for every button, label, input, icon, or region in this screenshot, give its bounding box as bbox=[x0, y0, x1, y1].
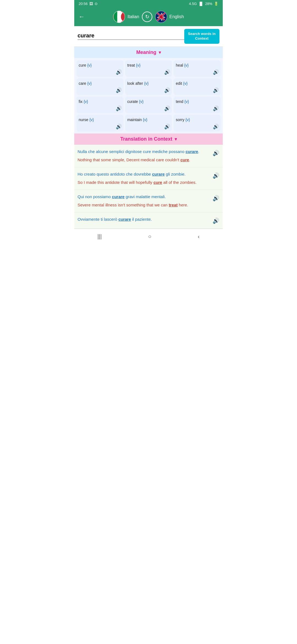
battery-icon: 🔋 bbox=[214, 2, 218, 6]
word-text: nurse {v} bbox=[79, 118, 94, 122]
refresh-button[interactable]: ↻ bbox=[142, 12, 152, 22]
context-speaker-icon[interactable]: 🔊 bbox=[213, 195, 219, 201]
signal-icon: ▐▌ bbox=[199, 2, 204, 6]
word-text: look after {v} bbox=[127, 81, 149, 86]
speaker-icon[interactable]: 🔊 bbox=[164, 124, 170, 130]
word-card[interactable]: fix {v} 🔊 bbox=[76, 97, 123, 113]
word-type: {v} bbox=[139, 99, 143, 104]
status-time: 20:56 bbox=[79, 2, 88, 6]
network-type: 4.5G bbox=[189, 2, 197, 6]
home-nav-button[interactable]: ○ bbox=[144, 232, 156, 241]
word-card[interactable]: curate {v} 🔊 bbox=[125, 97, 172, 113]
search-input-container bbox=[78, 32, 184, 40]
context-translated-text: Severe mental illness isn't something th… bbox=[78, 203, 188, 207]
context-original-text: Ho creato questo antidoto che dovrebbe c… bbox=[78, 172, 186, 176]
context-speaker-icon[interactable]: 🔊 bbox=[213, 150, 219, 156]
search-context-button[interactable]: Search words in Context bbox=[184, 29, 219, 44]
status-bar: 20:56 🖼 ⊙ 4.5G ▐▌ 28% 🔋 bbox=[74, 0, 223, 7]
source-lang-label: Italian bbox=[127, 14, 139, 19]
context-item: Ovviamente ti lascerò curare il paziente… bbox=[74, 212, 223, 229]
cast-icon: ⊙ bbox=[95, 2, 98, 6]
context-original: Nulla che alcune semplici dignitose cure… bbox=[78, 149, 210, 155]
target-flag bbox=[155, 11, 167, 23]
context-translated: So I made this antidote that will hopefu… bbox=[78, 179, 210, 186]
word-type: {v} bbox=[185, 118, 190, 122]
context-original: Ho creato questo antidoto che dovrebbe c… bbox=[78, 171, 210, 178]
word-type: {v} bbox=[143, 118, 147, 122]
translation-section-header[interactable]: Translation in Context ▾ bbox=[74, 133, 223, 145]
context-original-text: Qui non possiamo curare gravi malattie m… bbox=[78, 194, 166, 199]
search-bar: Search words in Context bbox=[74, 26, 223, 47]
target-language: English bbox=[155, 11, 184, 23]
context-text-block: Qui non possiamo curare gravi malattie m… bbox=[78, 194, 210, 208]
speaker-icon[interactable]: 🔊 bbox=[213, 124, 219, 130]
source-flag bbox=[113, 11, 125, 23]
word-text: fix {v} bbox=[79, 99, 88, 104]
meaning-chevron: ▾ bbox=[159, 50, 161, 55]
word-card[interactable]: treat {v} 🔊 bbox=[125, 60, 172, 77]
translation-label: Translation in Context bbox=[120, 136, 172, 142]
word-card[interactable]: sorry {v} 🔊 bbox=[174, 115, 221, 131]
translation-chevron: ▾ bbox=[175, 137, 177, 142]
app-header: ← Italian ↻ bbox=[74, 7, 223, 26]
source-language: Italian bbox=[113, 11, 139, 23]
word-card[interactable]: care {v} 🔊 bbox=[76, 78, 123, 95]
back-nav-button[interactable]: ‹ bbox=[193, 232, 204, 241]
battery-level: 28% bbox=[205, 2, 212, 6]
speaker-icon[interactable]: 🔊 bbox=[116, 124, 122, 130]
word-type: {v} bbox=[87, 81, 92, 86]
word-text: treat {v} bbox=[127, 63, 141, 67]
word-card[interactable]: cure {v} 🔊 bbox=[76, 60, 123, 77]
speaker-icon[interactable]: 🔊 bbox=[213, 87, 219, 93]
speaker-icon[interactable]: 🔊 bbox=[213, 105, 219, 111]
context-translated: Nothing that some simple, Decent medical… bbox=[78, 157, 210, 163]
word-card[interactable]: look after {v} 🔊 bbox=[125, 78, 172, 95]
word-type: {v} bbox=[87, 63, 92, 67]
target-lang-label: English bbox=[169, 14, 184, 19]
word-card[interactable]: tend {v} 🔊 bbox=[174, 97, 221, 113]
speaker-icon[interactable]: 🔊 bbox=[164, 87, 170, 93]
speaker-icon[interactable]: 🔊 bbox=[116, 105, 122, 111]
word-card[interactable]: heal {v} 🔊 bbox=[174, 60, 221, 77]
word-type: {v} bbox=[89, 118, 94, 122]
word-type: {v} bbox=[144, 81, 148, 86]
word-card[interactable]: maintain {v} 🔊 bbox=[125, 115, 172, 131]
word-type: {v} bbox=[184, 99, 189, 104]
context-original: Ovviamente ti lascerò curare il paziente… bbox=[78, 216, 210, 223]
context-original: Qui non possiamo curare gravi malattie m… bbox=[78, 194, 210, 200]
word-card[interactable]: nurse {v} 🔊 bbox=[76, 115, 123, 131]
word-type: {v} bbox=[136, 63, 141, 67]
context-text-block: Nulla che alcune semplici dignitose cure… bbox=[78, 149, 210, 163]
back-button[interactable]: ← bbox=[79, 13, 85, 20]
speaker-icon[interactable]: 🔊 bbox=[116, 87, 122, 93]
menu-nav-button[interactable]: ||| bbox=[93, 232, 106, 241]
speaker-icon[interactable]: 🔊 bbox=[116, 69, 122, 75]
context-translated-text: Nothing that some simple, Decent medical… bbox=[78, 157, 190, 162]
context-section: Nulla che alcune semplici dignitose cure… bbox=[74, 145, 223, 229]
search-input[interactable] bbox=[78, 32, 184, 40]
context-original-text: Nulla che alcune semplici dignitose cure… bbox=[78, 149, 199, 154]
word-text: edit {v} bbox=[176, 81, 188, 86]
speaker-icon[interactable]: 🔊 bbox=[164, 69, 170, 75]
word-text: care {v} bbox=[79, 81, 92, 86]
context-original-text: Ovviamente ti lascerò curare il paziente… bbox=[78, 217, 152, 222]
context-text-block: Ho creato questo antidoto che dovrebbe c… bbox=[78, 171, 210, 186]
context-speaker-icon[interactable]: 🔊 bbox=[213, 217, 219, 224]
word-grid: cure {v} 🔊 treat {v} 🔊 heal {v} 🔊 care {… bbox=[74, 58, 223, 133]
word-text: maintain {v} bbox=[127, 118, 147, 122]
word-card[interactable]: edit {v} 🔊 bbox=[174, 78, 221, 95]
word-text: heal {v} bbox=[176, 63, 189, 67]
word-type: {v} bbox=[84, 99, 88, 104]
meaning-section-header[interactable]: Meaning ▾ bbox=[74, 47, 223, 58]
word-type: {v} bbox=[184, 63, 189, 67]
context-item: Nulla che alcune semplici dignitose cure… bbox=[74, 145, 223, 167]
context-item: Qui non possiamo curare gravi malattie m… bbox=[74, 190, 223, 212]
word-text: curate {v} bbox=[127, 99, 144, 104]
word-text: sorry {v} bbox=[176, 118, 190, 122]
context-item: Ho creato questo antidoto che dovrebbe c… bbox=[74, 167, 223, 190]
speaker-icon[interactable]: 🔊 bbox=[164, 105, 170, 111]
context-translated-text: So I made this antidote that will hopefu… bbox=[78, 180, 197, 185]
context-translated: Severe mental illness isn't something th… bbox=[78, 202, 210, 208]
speaker-icon[interactable]: 🔊 bbox=[213, 69, 219, 75]
context-speaker-icon[interactable]: 🔊 bbox=[213, 172, 219, 179]
